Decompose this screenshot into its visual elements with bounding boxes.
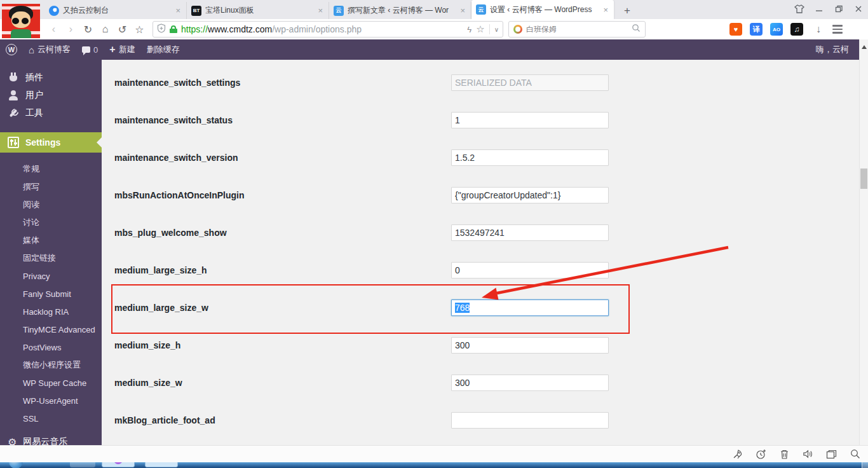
screen: 又拍云控制台 × BT 宝塔Linux面板 × 云 撰写新文章 ‹ 云柯博客 —… xyxy=(0,0,868,468)
taskbar-app[interactable] xyxy=(102,462,135,467)
option-value-input[interactable]: 1.5.2 xyxy=(451,149,609,166)
bookmark-star-icon[interactable]: ☆ xyxy=(476,24,484,35)
search-query[interactable]: 白班保姆 xyxy=(526,24,628,35)
option-value-input[interactable]: 768 xyxy=(451,299,609,316)
chevron-down-icon[interactable]: ∨ xyxy=(494,26,499,33)
submenu-item[interactable]: 媒体 xyxy=(0,231,102,249)
submenu-item[interactable]: 微信小程序设置 xyxy=(0,356,102,374)
search-icon[interactable] xyxy=(632,24,641,35)
wp-admin-bar: W ⌂云柯博客 0 +新建 删除缓存 嗨，云柯 xyxy=(0,39,859,60)
refresh-icon[interactable]: ↻ xyxy=(80,22,96,37)
submenu-item[interactable]: 讨论 xyxy=(0,214,102,231)
browser-tab-bar: 又拍云控制台 × BT 宝塔Linux面板 × 云 撰写新文章 ‹ 云柯博客 —… xyxy=(0,0,868,19)
option-value-input[interactable]: 300 xyxy=(451,375,609,391)
speed-mode-icon[interactable]: ϟ xyxy=(467,25,471,34)
speaker-icon[interactable] xyxy=(803,449,813,460)
option-row: mbsRunActionAtOnceInPlugin {"groupCreato… xyxy=(114,176,859,214)
history-save-icon[interactable] xyxy=(756,449,766,460)
app-grid-icon[interactable] xyxy=(710,24,722,35)
close-icon[interactable]: × xyxy=(602,5,609,15)
url-text[interactable]: https://www.cmdtz.com/wp-admin/options.p… xyxy=(181,24,463,34)
option-value-input[interactable]: 1532497241 xyxy=(451,224,609,241)
submenu-item[interactable]: 撰写 xyxy=(0,178,102,196)
favorite-star-icon[interactable]: ☆ xyxy=(132,22,147,37)
music-icon[interactable]: ♫ xyxy=(790,23,803,36)
back-icon[interactable]: ‹ xyxy=(46,22,62,37)
option-name: maintenance_switch_settings xyxy=(114,78,451,88)
search-box[interactable]: 白班保姆 xyxy=(508,21,646,38)
new-content-link[interactable]: +新建 xyxy=(104,39,140,60)
submenu-item[interactable]: 常规 xyxy=(0,160,102,178)
scrollbar-thumb[interactable] xyxy=(860,169,867,189)
option-name: maintenance_switch_status xyxy=(114,115,451,125)
user-greeting[interactable]: 嗨，云柯 xyxy=(816,44,859,55)
option-value-input[interactable]: {"groupCreatorUpdated":1} xyxy=(451,187,609,203)
tab-new-post[interactable]: 云 撰写新文章 ‹ 云柯博客 — Wor × xyxy=(329,2,471,19)
submenu-item[interactable]: Privacy xyxy=(0,267,102,285)
restore-button[interactable] xyxy=(832,2,846,16)
tab-label: 设置 ‹ 云柯博客 — WordPress xyxy=(490,4,598,15)
plugin-icon xyxy=(8,72,19,83)
option-value-input[interactable]: 300 xyxy=(451,337,609,354)
close-icon[interactable]: × xyxy=(459,6,466,15)
submenu-item[interactable]: SSL xyxy=(0,410,102,427)
home-icon[interactable]: ⌂ xyxy=(97,22,113,37)
layout-window-icon[interactable] xyxy=(826,449,837,460)
submenu-item[interactable]: Fanly Submit xyxy=(0,285,102,303)
submenu-item[interactable]: 固定链接 xyxy=(0,249,102,267)
close-window-button[interactable] xyxy=(851,2,865,16)
shield-icon[interactable] xyxy=(157,24,166,36)
sidebar-item-plugins[interactable]: 插件 xyxy=(0,69,102,86)
new-tab-button[interactable]: + xyxy=(619,3,635,19)
shopping-assistant-icon[interactable]: ♥ xyxy=(729,23,742,36)
tab-settings-active[interactable]: 云 设置 ‹ 云柯博客 — WordPress × xyxy=(471,0,614,19)
tab-baota[interactable]: BT 宝塔Linux面板 × xyxy=(187,2,329,19)
zoom-icon[interactable] xyxy=(850,449,860,460)
page-viewport: W ⌂云柯博客 0 +新建 删除缓存 嗨，云柯 插件 用户 工具 xyxy=(0,39,868,445)
submenu-item[interactable]: PostViews xyxy=(0,338,102,356)
clear-cache-link[interactable]: 删除缓存 xyxy=(141,39,186,60)
boost-rocket-icon[interactable] xyxy=(732,449,743,460)
address-bar[interactable]: https://www.cmdtz.com/wp-admin/options.p… xyxy=(153,21,503,38)
trash-icon[interactable] xyxy=(779,449,790,460)
submenu-item[interactable]: WP Super Cache xyxy=(0,374,102,392)
option-name: medium_size_h xyxy=(114,340,451,350)
close-icon[interactable]: × xyxy=(316,6,324,15)
tab-upyun[interactable]: 又拍云控制台 × xyxy=(44,2,187,19)
browser-user-avatar[interactable] xyxy=(2,4,40,38)
taskbar-app[interactable] xyxy=(70,462,95,467)
windows-taskbar[interactable] xyxy=(0,462,868,468)
download-icon[interactable]: ↓ xyxy=(816,24,821,35)
taskbar-app[interactable] xyxy=(145,462,178,467)
undo-icon[interactable]: ↺ xyxy=(114,22,130,37)
close-icon[interactable]: × xyxy=(174,6,182,15)
forward-icon[interactable]: › xyxy=(63,22,79,37)
sidebar-item-netease-music[interactable]: ⚙ 网易云音乐 xyxy=(0,432,102,445)
option-value-input[interactable] xyxy=(451,412,609,429)
sidebar-item-settings[interactable]: Settings xyxy=(0,132,102,153)
translate-icon[interactable]: 译 xyxy=(750,23,763,36)
submenu-item[interactable]: WP-UserAgent xyxy=(0,392,102,410)
site-link[interactable]: ⌂云柯博客 xyxy=(23,39,76,60)
comments-link[interactable]: 0 xyxy=(76,39,104,60)
sidebar-item-users[interactable]: 用户 xyxy=(0,86,102,104)
minimize-button[interactable] xyxy=(812,2,826,16)
option-row: medium_size_w 300 xyxy=(114,364,859,401)
skin-icon[interactable] xyxy=(792,2,806,16)
show-desktop-button[interactable] xyxy=(862,462,868,468)
scroll-up-arrow-icon[interactable] xyxy=(862,43,867,49)
start-button[interactable] xyxy=(9,462,23,468)
option-value-input[interactable]: 1 xyxy=(451,112,609,128)
plus-icon: + xyxy=(109,44,115,55)
menu-icon[interactable] xyxy=(832,25,843,34)
submenu-item[interactable]: Hacklog RIA xyxy=(0,303,102,320)
gear-icon: ⚙ xyxy=(8,436,17,446)
option-value-input[interactable]: SERIALIZED DATA xyxy=(451,74,609,91)
option-value-input[interactable]: 0 xyxy=(451,262,609,279)
sidebar-item-tools[interactable]: 工具 xyxy=(0,104,102,122)
wp-logo-menu[interactable]: W xyxy=(0,39,23,60)
submenu-item[interactable]: TinyMCE Advanced xyxy=(0,320,102,338)
page-scrollbar[interactable] xyxy=(859,39,868,445)
ao-extension-icon[interactable]: AO xyxy=(770,23,783,36)
submenu-item[interactable]: 阅读 xyxy=(0,196,102,214)
